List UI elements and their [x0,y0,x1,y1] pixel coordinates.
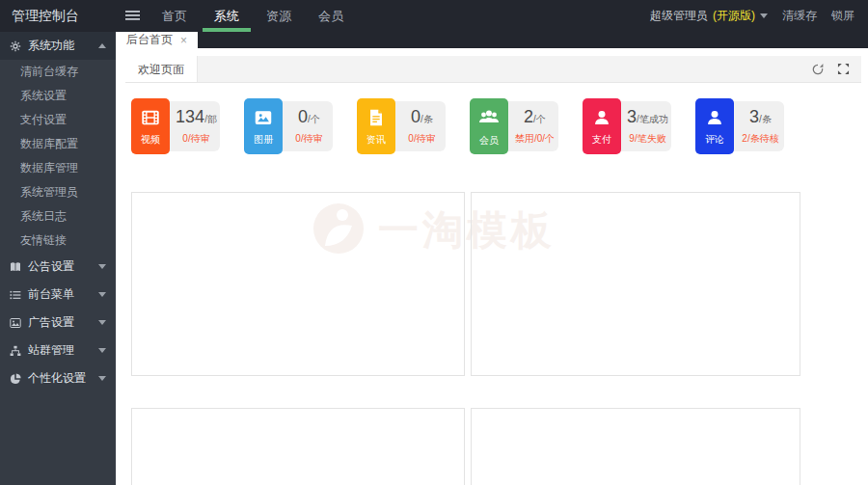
tab-label: 后台首页 [126,32,173,48]
doc-icon [366,107,387,132]
sidebar-item[interactable]: 友情链接 [0,229,116,253]
user-icon [591,107,612,132]
panel-header: 欢迎页面 [125,56,861,83]
close-icon[interactable]: × [180,35,187,46]
section-caret-icon [98,348,106,353]
stat-card[interactable]: 视频 134/部 0/待审 [131,98,220,154]
panel-body: 一淘模板 视频 134/部 0/待审 图册 0/个 0/待审 资讯 0/ [125,83,861,485]
sidebar-section[interactable]: 站群管理 [0,337,116,364]
gear-icon [10,40,21,52]
sidebar-item[interactable]: 数据库管理 [0,156,116,180]
edition-badge: (开源版) [713,8,755,24]
book-icon [10,261,21,273]
chevron-down-icon [760,13,768,18]
sidebar-section[interactable]: 公告设置 [0,253,116,281]
chart-row-top [131,192,861,376]
pie-icon [10,373,21,385]
sidebar-item[interactable]: 数据库配置 [0,132,116,156]
chart-placeholder [131,192,465,376]
user-icon [704,107,725,132]
stat-card[interactable]: 图册 0/个 0/待审 [244,98,333,154]
sidebar-item[interactable]: 支付设置 [0,108,116,132]
tab-dashboard[interactable]: 后台首页 × [116,32,198,48]
topnav-item-2[interactable]: 系统 [201,0,253,32]
topnav-item-3[interactable]: 资源 [253,0,305,32]
user-name: 超级管理员 [650,8,708,24]
stat-card[interactable]: 会员 2/个 禁用/0/个 [470,98,558,154]
clear-cache-button[interactable]: 清缓存 [782,8,817,24]
sidebar-item[interactable]: 清前台缓存 [0,60,116,84]
stat-card[interactable]: 资讯 0/条 0/待审 [357,98,446,154]
topnav-item-4[interactable]: 会员 [305,0,357,32]
user-dropdown[interactable]: 超级管理员 (开源版) [650,8,768,24]
film-icon [140,107,161,132]
sidebar-item[interactable]: 系统管理员 [0,180,116,204]
page-tabbar: 后台首页 × [116,32,868,48]
sidebar-section[interactable]: 前台菜单 [0,281,116,309]
topnav-item-1[interactable]: 首页 [149,0,201,32]
stat-card[interactable]: 支付 3/笔成功 9/笔失败 [583,98,671,154]
sidebar: 系统功能 清前台缓存系统设置支付设置数据库配置数据库管理系统管理员系统日志友情链… [0,32,116,485]
sitemap-icon [10,345,21,357]
section-caret-icon [98,43,106,48]
collapse-menu-button[interactable] [116,0,149,32]
stat-card[interactable]: 评论 3/条 2/条待核 [695,98,784,154]
app-title: 管理控制台 [0,0,116,32]
sidebar-item[interactable]: 系统设置 [0,84,116,108]
chart-placeholder [131,408,465,485]
chart-placeholder [471,192,800,376]
tab-welcome[interactable]: 欢迎页面 [125,56,198,82]
chart-placeholder [471,408,800,485]
section-caret-icon [98,320,106,325]
sidebar-section[interactable]: 系统功能 [0,32,116,60]
top-header: 管理控制台 首页系统资源会员 超级管理员 (开源版) 清缓存 锁屏 [0,0,868,32]
sidebar-item[interactable]: 系统日志 [0,204,116,229]
content-area: 欢迎页面 一淘模板 视频 134/部 0/待审 [116,48,868,485]
chart-row-bottom [131,408,861,485]
users-icon [477,106,501,133]
panel-actions [811,56,861,82]
fullscreen-icon[interactable] [837,63,850,75]
refresh-icon[interactable] [811,63,825,76]
top-nav: 首页系统资源会员 [149,0,357,32]
stats-row: 视频 134/部 0/待审 图册 0/个 0/待审 资讯 0/条 0/待审 会员 [131,98,784,154]
sidebar-section[interactable]: 个性化设置 [0,364,116,392]
section-caret-icon [98,292,106,297]
picture-icon [253,107,274,132]
header-right: 超级管理员 (开源版) 清缓存 锁屏 [650,0,868,32]
main-area: 后台首页 × 欢迎页面 一淘模板 视频 [116,32,868,485]
hamburger-icon [125,8,140,25]
section-caret-icon [98,376,106,381]
list-icon [10,289,21,301]
section-caret-icon [98,264,106,269]
lock-screen-button[interactable]: 锁屏 [831,8,854,24]
sidebar-section[interactable]: 广告设置 [0,309,116,337]
image-icon [10,317,21,329]
